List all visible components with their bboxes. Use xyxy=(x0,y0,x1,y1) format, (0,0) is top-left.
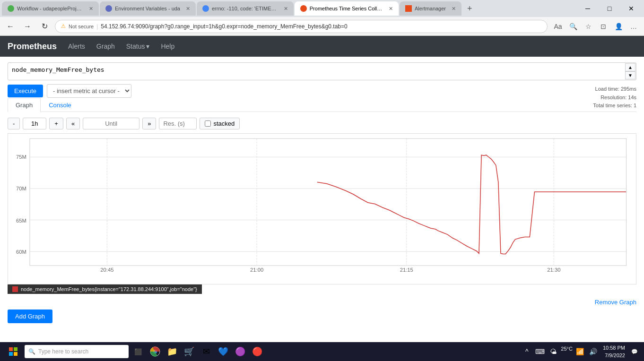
start-button[interactable] xyxy=(4,344,23,359)
query-input-row: node_memory_MemFree_bytes ▲ ▼ xyxy=(8,62,636,80)
reader-mode-button[interactable]: Aa xyxy=(551,20,565,33)
tabs-row: Graph Console xyxy=(8,98,636,112)
network-icon[interactable]: 📶 xyxy=(574,346,586,357)
remove-graph-button[interactable]: Remove Graph xyxy=(595,299,636,306)
stacked-checkbox[interactable] xyxy=(205,120,211,127)
tab-close-2[interactable]: ✕ xyxy=(186,6,190,12)
resolution: Resolution: 14s xyxy=(593,94,636,102)
address-text: 54.152.96.74:9090/graph?g0.range_input=1… xyxy=(101,23,347,30)
time-forward-button[interactable]: » xyxy=(142,118,156,129)
clock[interactable]: 10:58 PM 7/9/2022 xyxy=(603,344,625,360)
prometheus-navbar: Prometheus Alerts Graph Status ▾ Help xyxy=(0,36,644,57)
taskbar-mail-icon[interactable]: ✉ xyxy=(199,344,214,359)
nav-alerts[interactable]: Alerts xyxy=(68,43,85,50)
zoom-button[interactable]: 🔍 xyxy=(566,20,580,33)
task-view-button[interactable]: ⬛ xyxy=(131,344,146,359)
address-bar[interactable]: ⚠ Not secure | 54.152.96.74:9090/graph?g… xyxy=(55,20,548,33)
x-label-2130: 21:30 xyxy=(547,267,560,273)
add-graph-section: Add Graph xyxy=(8,309,636,323)
tab-close-3[interactable]: ✕ xyxy=(284,6,288,12)
minimize-button[interactable]: ─ xyxy=(577,1,599,16)
stacked-text: stacked xyxy=(213,120,235,127)
browser-tab-2[interactable]: Environment Variables - uda ✕ xyxy=(100,1,196,16)
svg-rect-1 xyxy=(14,347,17,351)
nav-graph[interactable]: Graph xyxy=(96,43,115,50)
chart-border xyxy=(30,138,627,266)
range-input[interactable] xyxy=(23,118,46,129)
volume-icon[interactable]: 🔊 xyxy=(588,346,599,357)
execute-button[interactable]: Execute xyxy=(8,85,43,97)
settings-button[interactable]: … xyxy=(627,20,640,33)
until-input[interactable] xyxy=(83,118,139,129)
tab-title-4: Prometheus Time Series Colle... xyxy=(310,6,383,11)
y-label-70m: 70M xyxy=(16,186,26,191)
x-label-2100: 21:00 xyxy=(250,267,263,273)
weather-icon[interactable]: 🌤 xyxy=(548,346,559,357)
browser-tab-1[interactable]: Workflow - udapeopleProject ✕ xyxy=(2,1,99,16)
search-placeholder: Type here to search xyxy=(38,348,88,355)
not-secure-label: Not secure xyxy=(69,24,94,29)
resolution-input[interactable] xyxy=(159,118,197,129)
query-input[interactable]: node_memory_MemFree_bytes xyxy=(8,62,636,80)
reload-button[interactable]: ↻ xyxy=(38,20,51,33)
tab-title-5: Alertmanager xyxy=(415,6,446,11)
chart-container: 75M 70M 65M 60M 20:45 21:00 21:15 21:30 xyxy=(8,133,636,284)
profile-button[interactable]: 👤 xyxy=(612,20,625,33)
chevron-down-icon: ▾ xyxy=(146,43,149,50)
taskbar-vscode-icon[interactable]: 💙 xyxy=(216,344,231,359)
browser-tab-3[interactable]: errno: -110, code: 'ETIMEDO' ✕ xyxy=(197,1,294,16)
maximize-button[interactable]: □ xyxy=(599,1,620,16)
taskbar-files-icon[interactable]: 📁 xyxy=(165,344,180,359)
spin-up-button[interactable]: ▲ xyxy=(625,63,635,71)
tab-graph[interactable]: Graph xyxy=(8,98,41,112)
favorites-button[interactable]: ☆ xyxy=(582,20,595,33)
svg-rect-2 xyxy=(9,352,13,356)
range-minus-button[interactable]: - xyxy=(8,118,20,129)
temperature-label: 25°C xyxy=(561,346,573,357)
nav-help[interactable]: Help xyxy=(161,43,174,50)
metric-line xyxy=(317,155,627,254)
browser-tab-5[interactable]: Alertmanager ✕ xyxy=(400,1,461,16)
browser-tab-4[interactable]: Prometheus Time Series Colle... ✕ xyxy=(295,1,399,16)
query-spinner: ▲ ▼ xyxy=(625,63,635,79)
window-controls: ─ □ ✕ xyxy=(577,1,642,16)
chevron-up-icon[interactable]: ^ xyxy=(521,346,532,357)
spin-down-button[interactable]: ▼ xyxy=(625,71,635,79)
nav-status-dropdown[interactable]: Status ▾ xyxy=(126,43,150,50)
prometheus-content: Load time: 295ms Resolution: 14s Total t… xyxy=(0,57,644,329)
collections-button[interactable]: ⊡ xyxy=(597,20,610,33)
tab-close-5[interactable]: ✕ xyxy=(452,6,456,12)
taskbar-store-icon[interactable]: 🛒 xyxy=(182,344,197,359)
chart-svg: 75M 70M 65M 60M 20:45 21:00 21:15 21:30 xyxy=(8,134,636,284)
y-label-65m: 65M xyxy=(16,218,26,223)
taskbar-ubuntu-icon[interactable]: 🔴 xyxy=(250,344,265,359)
back-button[interactable]: ← xyxy=(4,20,17,33)
tab-favicon-4 xyxy=(300,5,307,12)
tab-console[interactable]: Console xyxy=(41,98,79,112)
metric-dropdown[interactable]: - insert metric at cursor - xyxy=(47,84,131,98)
add-graph-button[interactable]: Add Graph xyxy=(8,309,52,323)
new-tab-button[interactable]: + xyxy=(464,4,475,14)
close-button[interactable]: ✕ xyxy=(620,1,642,16)
total-series: Total time series: 1 xyxy=(593,102,636,110)
notification-button[interactable]: 💬 xyxy=(629,344,640,359)
svg-rect-3 xyxy=(14,352,17,356)
taskbar-slack-icon[interactable]: 🟣 xyxy=(233,344,248,359)
keyboard-icon[interactable]: ⌨ xyxy=(534,346,546,357)
tab-bar: Workflow - udapeopleProject ✕ Environmen… xyxy=(0,0,644,17)
tab-close-1[interactable]: ✕ xyxy=(89,6,93,12)
tab-close-4[interactable]: ✕ xyxy=(389,6,393,12)
execute-row: Execute - insert metric at cursor - xyxy=(8,84,636,98)
time-back-button[interactable]: « xyxy=(66,118,80,129)
browser-chrome: Workflow - udapeopleProject ✕ Environmen… xyxy=(0,0,644,36)
bottom-actions: Remove Graph xyxy=(8,299,636,306)
toolbar-icons: Aa 🔍 ☆ ⊡ 👤 … xyxy=(551,20,640,33)
svg-rect-0 xyxy=(9,347,13,351)
range-plus-button[interactable]: + xyxy=(49,118,63,129)
stacked-label[interactable]: stacked xyxy=(200,118,240,129)
lock-icon: ⚠ xyxy=(61,23,66,29)
prometheus-brand: Prometheus xyxy=(8,42,57,52)
forward-button[interactable]: → xyxy=(21,20,34,33)
taskbar-search[interactable]: 🔍 Type here to search xyxy=(25,345,129,358)
taskbar-chrome-icon[interactable] xyxy=(148,344,163,359)
